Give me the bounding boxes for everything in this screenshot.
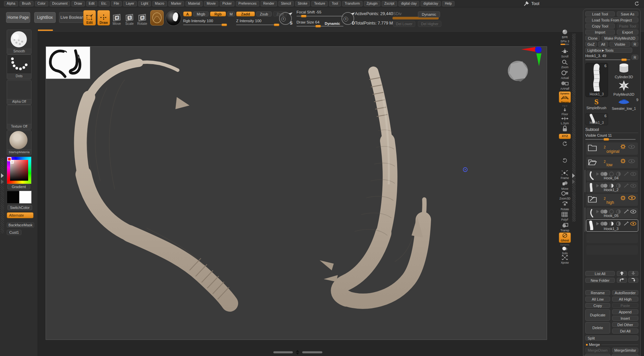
shelf-item-spix[interactable]: SPix 3	[559, 40, 571, 45]
save-as-button[interactable]: Save As	[617, 11, 638, 16]
cust1-button[interactable]: Cust1	[7, 230, 21, 235]
rgb-intensity-slider[interactable]: Rgb Intensity 100	[183, 19, 227, 25]
zsub-button[interactable]: Zsub	[256, 11, 272, 16]
subtool-empty-slot[interactable]	[586, 245, 638, 255]
current-texture-tile[interactable]: Texture Off	[7, 105, 32, 130]
goz-button[interactable]: GoZ	[585, 42, 597, 47]
import-button[interactable]: Import	[585, 30, 615, 35]
shelf-item-rotate3d[interactable]: Rotate	[559, 201, 571, 211]
secondary-color-swatch[interactable]	[19, 191, 32, 204]
current-brush-tile[interactable]: Smooth	[7, 30, 32, 54]
tool-item-cylinder3d[interactable]: Cylinder3D	[609, 63, 639, 80]
subtool-row-hook1-3-selected[interactable]: Hook1_3	[586, 219, 638, 232]
tool-item-hook-small[interactable]: 6 Hook1_3	[585, 113, 608, 125]
zadd-button[interactable]: Zadd	[236, 11, 255, 16]
menu-item-help[interactable]: Help	[442, 1, 454, 6]
right-tray-arrows[interactable]	[571, 173, 576, 185]
spix-slider-handle[interactable]	[560, 44, 565, 45]
visible-count-handle[interactable]	[603, 138, 609, 141]
draw-settings-icon[interactable]: + D	[341, 12, 354, 25]
draw-size-handle[interactable]	[315, 25, 321, 28]
del-lower-button[interactable]: Del Lower	[393, 21, 415, 27]
menu-item-light[interactable]: Light	[138, 1, 151, 6]
clone-button[interactable]: Clone	[585, 36, 600, 41]
switch-color-button[interactable]: SwitchColor	[7, 205, 32, 210]
goz-r-button[interactable]: R	[632, 42, 638, 47]
h-scrollbar-left[interactable]	[273, 351, 293, 353]
menu-item-draw[interactable]: Draw	[71, 1, 85, 6]
left-tray-divider[interactable]	[1, 158, 4, 233]
shelf-item-xpose[interactable]: Xpose	[559, 255, 571, 265]
lightbox-tools-button[interactable]: Lightbox►Tools	[585, 48, 632, 53]
merge-visible-button-clipped[interactable]	[585, 354, 610, 356]
duplicate-button[interactable]: Duplicate	[585, 309, 610, 321]
right-tray-divider[interactable]	[572, 34, 576, 222]
shelf-item-transparency[interactable]: Transp	[559, 222, 571, 232]
del-other-button[interactable]: Del Other	[612, 322, 638, 327]
subtool-section-header[interactable]: Subtool	[585, 127, 638, 133]
z-intensity-slider[interactable]: Z Intensity 100	[236, 19, 276, 25]
menu-item-transform[interactable]: Transform	[342, 1, 363, 6]
current-alpha-tile[interactable]: Alpha Off	[7, 80, 32, 105]
menu-item-color[interactable]: Color	[35, 1, 48, 6]
menu-item-digital-clay[interactable]: digital clay	[398, 1, 420, 6]
menu-item-tool[interactable]: Tool	[329, 1, 340, 6]
subtool-mini-icons[interactable]	[596, 183, 637, 188]
insert-button[interactable]: Insert	[612, 316, 638, 321]
shelf-item-xyz[interactable]: XYZ	[559, 134, 571, 139]
menu-item-stencil[interactable]: Stencil	[278, 1, 294, 6]
shelf-item-zoom3d[interactable]: Zoom3D	[559, 191, 571, 201]
mrgb-button[interactable]: Mrgb	[193, 11, 209, 16]
active-tool-slider[interactable]: Hook1_3. 49	[585, 54, 630, 60]
main-color-swatch[interactable]	[7, 191, 19, 204]
eye-icon[interactable]	[628, 144, 635, 149]
menu-item-zscript[interactable]: Zscript	[382, 1, 397, 6]
subtool-empty-slot[interactable]: .	[586, 233, 638, 243]
move-out-folder-button[interactable]	[617, 278, 627, 283]
focal-shift-slider[interactable]: Focal Shift -55	[297, 10, 343, 16]
lightbox-button[interactable]: LightBox	[34, 12, 56, 23]
shelf-item-bpr[interactable]: BPR	[559, 29, 571, 39]
move-into-folder-button[interactable]	[628, 278, 638, 283]
sv-cursor[interactable]	[10, 160, 14, 164]
shelf-item-aahalf[interactable]: AAHalf	[559, 81, 571, 91]
shelf-item-floor[interactable]: x y z Floor	[559, 104, 571, 116]
active-tool-slider-handle[interactable]	[621, 58, 627, 61]
menu-item-layer[interactable]: Layer	[123, 1, 137, 6]
rgb-intensity-handle[interactable]	[221, 24, 227, 26]
visible-count-slider[interactable]: Visible Count 11	[585, 133, 636, 140]
backface-mask-button[interactable]: BackfaceMask	[7, 222, 34, 228]
paste-subtool-button[interactable]: Paste	[612, 303, 638, 308]
gradient-button[interactable]: Gradient	[7, 184, 30, 189]
shelf-item-move3d[interactable]: Move	[559, 181, 571, 191]
alternate-button[interactable]: Alternate	[7, 212, 34, 218]
tool-item-sweater[interactable]: 9 Sweater_low_1	[609, 98, 639, 113]
copy-subtool-button[interactable]: Copy	[585, 303, 610, 308]
menu-item-texture[interactable]: Texture	[311, 1, 328, 6]
subtool-row-hook04[interactable]: Hook_04	[586, 170, 638, 181]
shelf-item-frame[interactable]: Frame	[559, 170, 571, 180]
move-down-button[interactable]	[628, 271, 638, 276]
rename-button[interactable]: Rename	[585, 290, 610, 295]
menu-item-etc[interactable]: Etc.	[99, 1, 110, 6]
menu-item-macro[interactable]: Macro	[152, 1, 167, 6]
gear-icon[interactable]	[620, 195, 626, 201]
merge-down-button[interactable]: MergeDown	[585, 348, 610, 353]
shelf-item-spin-z[interactable]	[559, 158, 571, 165]
color-picker[interactable]	[7, 157, 32, 184]
weld-button-clipped[interactable]	[612, 354, 638, 356]
del-higher-button[interactable]: Del Higher	[418, 21, 441, 27]
current-material-button[interactable]	[166, 10, 181, 26]
tool-item-simplebrush[interactable]: S SimpleBrush	[585, 98, 607, 113]
menu-item-marker[interactable]: Marker	[168, 1, 184, 6]
sculpt-canvas[interactable]	[46, 46, 547, 340]
paste-tool-button[interactable]: Paste Tool	[617, 24, 638, 29]
z-intensity-handle[interactable]	[274, 24, 279, 26]
m-button[interactable]: M	[227, 11, 235, 16]
export-button[interactable]: Export	[617, 30, 638, 35]
shelf-item-ghost[interactable]: Ghost	[559, 232, 571, 243]
menu-item-material[interactable]: Material	[185, 1, 203, 6]
subtool-mini-icons[interactable]	[596, 221, 637, 226]
all-low-button[interactable]: All Low	[585, 297, 610, 302]
shelf-item-solo[interactable]: Dynamic Solo	[559, 243, 571, 255]
